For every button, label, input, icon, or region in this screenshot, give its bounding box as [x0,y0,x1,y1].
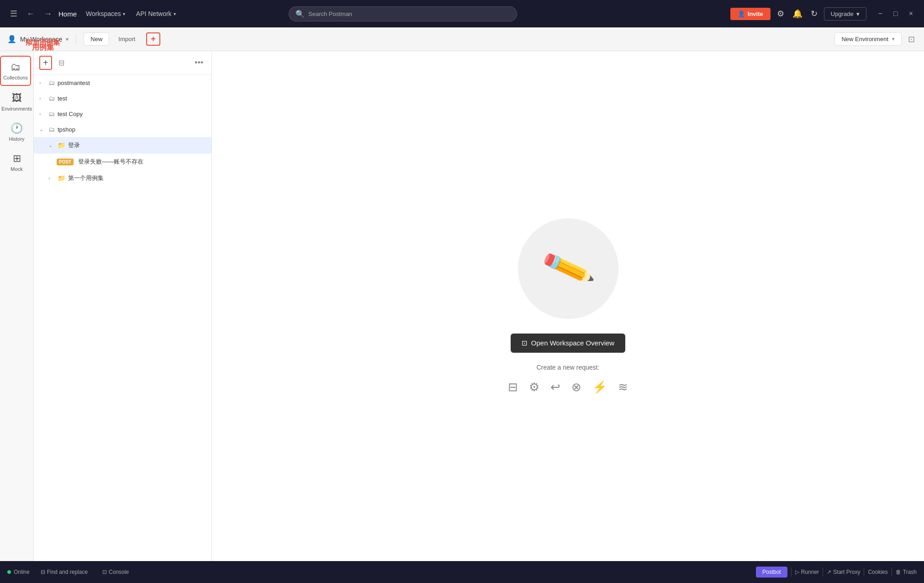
titlebar-menu: ☰ ← → Home Workspaces ▾ API Network ▾ [7,7,180,21]
grpc-icon[interactable]: ↩ [550,380,560,394]
environment-settings-icon[interactable]: ⊡ [906,32,917,46]
sync-icon[interactable]: ↻ [809,7,819,21]
runner-icon: ▷ [795,569,799,575]
window-controls: − □ × [875,8,917,20]
socketio-icon[interactable]: ⚡ [592,380,607,394]
api-network-menu[interactable]: API Network ▾ [132,8,180,19]
collection-icon: 🗂 [48,79,55,86]
trash-button[interactable]: 🗑 Trash [896,569,917,575]
bottom-bar: Online ⊟ Find and replace ⊡ Console Post… [0,561,924,583]
toolbar2-right: New Environment ▾ ⊡ [834,32,917,46]
import-button[interactable]: Import [114,33,140,45]
search-icon: 🔍 [296,10,305,18]
proxy-icon: ↗ [827,569,831,575]
create-request-text: Create a new request: [537,364,600,371]
graphql-icon[interactable]: ⚙ [529,380,539,394]
sidebar-item-mock[interactable]: ⊞ Mock [1,148,32,176]
websocket-icon[interactable]: ⊗ [571,380,581,394]
chevron-right-icon: › [39,95,46,101]
find-replace-button[interactable]: ⊟ Find and replace [37,567,91,577]
upgrade-button[interactable]: Upgrade ▾ [824,7,866,21]
open-workspace-button[interactable]: ⊡ Open Workspace Overview [511,334,625,353]
sidebar-item-collections[interactable]: 🗂 Collections [0,56,31,86]
start-proxy-button[interactable]: ↗ Start Proxy [827,569,860,575]
search-placeholder: Search Postman [308,11,352,17]
workspaces-chevron-icon: ▾ [123,11,125,16]
console-button[interactable]: ⊡ Console [99,567,132,577]
collection-name: test Copy [58,111,206,117]
env-chevron-icon: ▾ [892,36,895,42]
http-request-icon[interactable]: ⊟ [508,380,518,394]
hamburger-icon[interactable]: ☰ [7,7,20,21]
collection-postmantest[interactable]: › 🗂 postmantest [34,75,211,90]
bottom-separator [791,567,792,577]
collection-name: test [58,95,206,102]
settings-icon[interactable]: ⚙ [775,7,786,21]
method-badge: POST [57,159,74,165]
close-button[interactable]: × [905,8,917,20]
workspace-overview-icon: ⊡ [522,339,528,347]
filter-collections-button[interactable]: ⊟ [56,58,67,68]
mqtt-icon[interactable]: ≋ [618,380,628,394]
mock-label: Mock [11,166,22,172]
pencil-icon: ✏️ [539,240,597,297]
collection-name: tpshop [58,126,206,133]
workspaces-menu[interactable]: Workspaces ▾ [82,8,129,19]
bottom-right: Postbot ▷ Runner ↗ Start Proxy Cookies 🗑… [756,567,917,578]
collection-test[interactable]: › 🗂 test [34,90,211,106]
new-button[interactable]: New [84,32,109,46]
add-request-button[interactable]: + [146,32,160,46]
api-network-chevron-icon: ▾ [174,11,176,16]
upgrade-chevron-icon: ▾ [856,11,860,17]
main-layout: 🗂 Collections 用例集 🖼 Environments 🕐 Histo… [0,51,924,561]
titlebar-actions: 👤 Invite ⚙ 🔔 ↻ Upgrade ▾ − □ × [730,7,917,21]
collections-list: › 🗂 postmantest › 🗂 test › 🗂 test Copy ⌄… [34,75,211,561]
folder-icon: 📁 [58,142,65,149]
environment-selector[interactable]: New Environment ▾ [834,32,902,46]
workspace-selector[interactable]: 👤 My Workspace ▾ [7,35,69,43]
chevron-right-icon: › [39,80,46,85]
folder-name: 第一个用例集 [68,174,206,182]
main-content: ✏️ ⊡ Open Workspace Overview Create a ne… [212,51,924,561]
forward-button[interactable]: → [41,7,55,21]
chevron-right-icon: › [48,175,55,181]
chevron-down-icon: ⌄ [39,127,46,132]
folder-first-collection[interactable]: › 📁 第一个用例集 [34,170,211,186]
postbot-button[interactable]: Postbot [756,567,787,578]
sidebar-item-history[interactable]: 🕐 History [1,118,32,146]
back-button[interactable]: ← [24,7,37,21]
collections-icon: 🗂 [11,61,21,73]
status-dot-icon [7,570,11,574]
notifications-icon[interactable]: 🔔 [791,7,804,21]
cookies-button[interactable]: Cookies [868,569,887,575]
history-icon: 🕐 [11,122,23,134]
environments-label: Environments [1,106,32,111]
more-options-button[interactable]: ••• [192,57,206,69]
online-status: Online [7,569,30,575]
bottom-separator [864,567,864,577]
collections-label: Collections [3,75,28,80]
toolbar-separator [76,34,76,45]
request-login-fail[interactable]: POST 登录失败——账号不存在 [34,154,211,170]
maximize-button[interactable]: □ [890,8,902,20]
sidebar-icons: 🗂 Collections 用例集 🖼 Environments 🕐 Histo… [0,51,34,561]
mock-icon: ⊞ [13,153,21,164]
add-collection-button[interactable]: + [39,56,52,70]
sidebar-item-environments[interactable]: 🖼 Environments [1,88,32,116]
runner-button[interactable]: ▷ Runner [795,569,819,575]
history-label: History [9,136,24,142]
find-replace-icon: ⊟ [41,569,45,575]
folder-icon: 📁 [58,175,65,182]
request-icons: ⊟ ⚙ ↩ ⊗ ⚡ ≋ [508,380,628,394]
workspace-name: My Workspace [20,36,62,43]
folder-login[interactable]: ⌄ 📁 登录 [34,137,211,154]
collection-tpshop[interactable]: ⌄ 🗂 tpshop [34,122,211,137]
collection-test-copy[interactable]: › 🗂 test Copy [34,106,211,122]
titlebar: ☰ ← → Home Workspaces ▾ API Network ▾ 🔍 … [0,0,924,27]
minimize-button[interactable]: − [875,8,886,20]
environments-icon: 🖼 [12,92,22,104]
bottom-separator [892,567,892,577]
collection-icon: 🗂 [48,95,55,102]
search-bar[interactable]: 🔍 Search Postman [289,6,517,21]
invite-button[interactable]: 👤 Invite [730,8,771,20]
